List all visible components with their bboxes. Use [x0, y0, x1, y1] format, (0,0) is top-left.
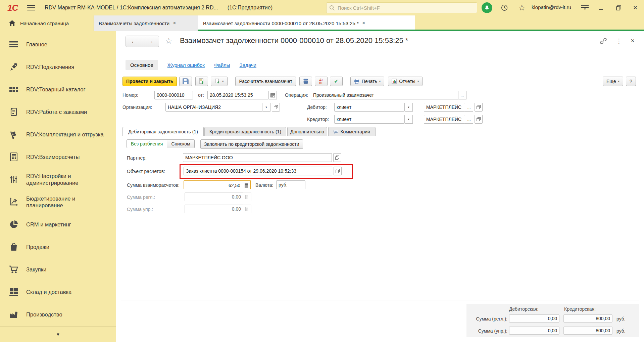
sidebar-item-label: Главное: [26, 41, 106, 48]
register-records-button[interactable]: [299, 77, 312, 86]
sidebar-item-admin[interactable]: RDV:Настройки и администрирование: [0, 168, 116, 190]
fill-from-payables-button[interactable]: Заполнить по кредиторской задолженности: [200, 139, 303, 149]
tab-additional[interactable]: Дополнительно: [287, 127, 327, 136]
currency-label: Валюта:: [255, 182, 273, 188]
sidebar-item-settlements[interactable]: RDV:Взаиморасчеты: [0, 145, 116, 168]
open-icon[interactable]: [333, 153, 341, 162]
sidebar-item-production[interactable]: Производство: [0, 303, 116, 326]
debtor-type-input[interactable]: [334, 103, 405, 112]
combo-caret-icon[interactable]: ▾: [262, 103, 270, 112]
creditor-input[interactable]: [424, 115, 465, 124]
tab-error-log[interactable]: Журнал ошибок: [167, 62, 205, 68]
print-button[interactable]: Печать ▾: [350, 77, 384, 86]
date-label: от:: [198, 92, 204, 98]
sidebar-item-shipping[interactable]: RDV:Комплектация и отгрузка: [0, 123, 116, 145]
tab-tasks[interactable]: Задачи: [240, 62, 256, 68]
currency-input[interactable]: [276, 180, 305, 189]
restore-button[interactable]: [613, 2, 624, 13]
toggle-no-split[interactable]: Без разбиения: [127, 139, 167, 148]
sidebar-item-budgeting[interactable]: ₽ Бюджетирование и планирование: [0, 190, 116, 213]
sidebar-item-connections[interactable]: RDV:Подключения: [0, 55, 116, 78]
close-tab-icon[interactable]: ×: [173, 20, 176, 26]
debit-column-header: Дебиторская:: [509, 306, 538, 312]
open-icon[interactable]: [334, 167, 342, 175]
close-window-button[interactable]: ×: [630, 2, 641, 13]
tab-main[interactable]: Основное: [126, 60, 158, 70]
open-icon[interactable]: [475, 115, 483, 124]
favorite-star-button[interactable]: ☆: [165, 36, 172, 46]
minimize-button[interactable]: [596, 2, 607, 13]
post-split-button[interactable]: ▾: [211, 77, 228, 86]
calc-icon[interactable]: [242, 181, 250, 190]
operation-input[interactable]: [311, 91, 458, 99]
service-bell-button[interactable]: [481, 2, 493, 13]
ellipsis-button[interactable]: ...: [324, 167, 332, 175]
form-title: Взаимозачет задолженности 0000-000010 от…: [180, 36, 408, 45]
combo-caret-icon[interactable]: ▾: [405, 103, 413, 112]
sidebar-item-purchases[interactable]: Закупки: [0, 258, 116, 281]
get-link-button[interactable]: [600, 37, 607, 45]
sidebar-item-crm[interactable]: CRM и маркетинг: [0, 213, 116, 236]
tab-files[interactable]: Файлы: [214, 62, 230, 68]
main-menu-button[interactable]: ▼: [579, 2, 591, 13]
ellipsis-button[interactable]: ...: [465, 115, 473, 124]
history-button[interactable]: [499, 2, 510, 13]
post-and-close-button[interactable]: Провести и закрыть: [122, 77, 177, 86]
reports-button[interactable]: Отчеты ▾: [388, 77, 423, 86]
date-input[interactable]: [207, 91, 269, 99]
search-input[interactable]: [338, 5, 474, 11]
hamburger-icon[interactable]: [27, 4, 36, 11]
open-icon[interactable]: [272, 103, 280, 112]
tab-offsets-list[interactable]: Взаимозачеты задолженности ×: [94, 15, 198, 31]
mutual-amount-input[interactable]: [184, 181, 242, 190]
sidebar-item-sales[interactable]: Продажи: [0, 236, 116, 258]
sidebar-item-orders[interactable]: RDV:Работа с заказами: [0, 100, 116, 123]
toggle-as-list[interactable]: Списком: [167, 139, 194, 148]
save-button[interactable]: [179, 77, 192, 86]
bell-icon: [482, 2, 492, 13]
favorites-button[interactable]: ☆: [516, 2, 528, 13]
more-menu-button[interactable]: ⋮: [616, 37, 622, 45]
ellipsis-button[interactable]: ...: [465, 103, 473, 112]
receivables-panel: Без разбиения Списком Заполнить по креди…: [121, 136, 639, 300]
tab-receivables[interactable]: Дебиторская задолженность (1): [122, 127, 204, 136]
sidebar-item-warehouse[interactable]: Склад и доставка: [0, 281, 116, 303]
tab-comment[interactable]: Комментарий: [328, 127, 376, 136]
ellipsis-button[interactable]: ...: [458, 91, 466, 99]
close-form-button[interactable]: ×: [631, 37, 635, 45]
sidebar-item-label: Производство: [26, 311, 106, 318]
debtor-input[interactable]: [424, 103, 465, 112]
help-button[interactable]: ?: [626, 77, 636, 86]
factory-icon: [9, 310, 19, 318]
collapse-arrow-icon[interactable]: ▼: [56, 332, 60, 337]
amount-upr-input[interactable]: [185, 205, 243, 213]
post-doc-icon: [215, 79, 220, 84]
calculate-offset-button[interactable]: Рассчитать взаимозачет: [235, 77, 296, 86]
amount-regl-input[interactable]: [185, 193, 243, 201]
tab-offset-document[interactable]: Взаимозачет задолженности 0000-000010 от…: [198, 15, 415, 31]
forward-button[interactable]: →: [142, 36, 159, 47]
more-button[interactable]: Еще ▾: [603, 77, 623, 86]
partner-input[interactable]: [183, 153, 332, 162]
user-email[interactable]: klopatin@rdv-it.ru: [532, 4, 571, 10]
organization-input[interactable]: [165, 103, 262, 112]
currency-suffix: руб.: [616, 316, 626, 322]
sidebar-item-catalog[interactable]: RDV:Товарный каталог: [0, 78, 116, 100]
tab-label: Взаимозачеты задолженности: [99, 20, 169, 26]
close-tab-icon[interactable]: ×: [362, 20, 365, 26]
check-button[interactable]: ✔: [330, 77, 343, 86]
tab-payables[interactable]: Кредиторская задолженность (1): [204, 127, 286, 136]
global-search[interactable]: [326, 2, 477, 13]
back-button[interactable]: ←: [126, 36, 142, 47]
settlement-object-input[interactable]: [184, 167, 324, 175]
field-row-creditor: Кредитор: ▾ ...: [116, 115, 644, 124]
open-icon[interactable]: [475, 103, 483, 112]
sidebar-item-main[interactable]: Главное: [0, 33, 116, 55]
combo-caret-icon[interactable]: ▾: [405, 115, 413, 124]
creditor-type-input[interactable]: [334, 115, 405, 124]
calendar-icon[interactable]: [269, 91, 277, 99]
post-document-button[interactable]: [195, 77, 208, 86]
accounting-entries-button[interactable]: ДтКт: [315, 77, 328, 86]
home-tab[interactable]: Начальная страница: [0, 15, 94, 31]
number-input[interactable]: [154, 91, 193, 99]
